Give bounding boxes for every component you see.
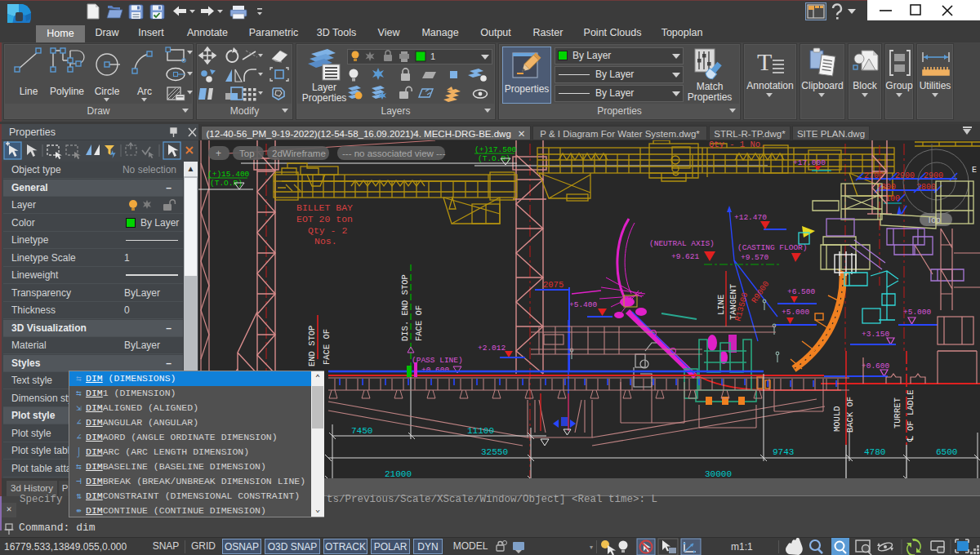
svg-text:END STOP: END STOP <box>307 326 317 366</box>
svg-text:DIS. END STOP: DIS. END STOP <box>400 274 410 341</box>
svg-text:+2.012: +2.012 <box>478 344 506 353</box>
svg-text:+5.400: +5.400 <box>569 300 598 309</box>
svg-text:1: 1 <box>430 51 435 61</box>
svg-text:+12.470: +12.470 <box>734 213 767 222</box>
svg-text:2dWireframe: 2dWireframe <box>272 149 326 158</box>
svg-text:+0.600: +0.600 <box>421 366 450 375</box>
svg-text:EOT 20 ton: EOT 20 ton <box>296 214 353 224</box>
svg-text:30000: 30000 <box>705 469 732 478</box>
svg-text:T: T <box>757 49 772 75</box>
svg-text:+3.150: +3.150 <box>862 330 890 339</box>
svg-text:+9.621: +9.621 <box>671 252 700 261</box>
svg-text:BACK OF: BACK OF <box>845 397 855 433</box>
svg-text:21000: 21000 <box>385 469 412 478</box>
svg-text:(+)15.400: (+)15.400 <box>207 170 250 179</box>
svg-text:Top: Top <box>927 215 941 224</box>
svg-text:32550: 32550 <box>481 447 508 457</box>
svg-text:--- no associated view ---: --- no associated view --- <box>342 149 446 158</box>
svg-text:(CASTING FLOOR): (CASTING FLOOR) <box>737 243 808 252</box>
svg-text:(PASS LINE): (PASS LINE) <box>412 356 463 365</box>
svg-text:(NEUTRAL AXIS): (NEUTRAL AXIS) <box>649 239 715 248</box>
svg-text:100: 100 <box>885 194 900 203</box>
svg-text:Qty - 1 No.: Qty - 1 No. <box>709 140 765 149</box>
svg-text:LINE: LINE <box>716 295 726 315</box>
svg-text:+6.500: +6.500 <box>787 287 816 296</box>
svg-text:FACE OF: FACE OF <box>414 305 424 341</box>
svg-text:TURRET: TURRET <box>893 397 902 428</box>
svg-text:9743: 9743 <box>773 447 794 457</box>
svg-text:4780: 4780 <box>864 447 885 457</box>
svg-text:Qty - 2: Qty - 2 <box>308 225 347 236</box>
svg-text:℄ OF LADLE: ℄ OF LADLE <box>906 390 915 442</box>
svg-text:Nos.: Nos. <box>314 236 337 246</box>
svg-text:Top: Top <box>239 149 255 158</box>
svg-text:E: E <box>972 166 977 175</box>
svg-text:+9.570: +9.570 <box>741 253 769 262</box>
svg-text:11100: 11100 <box>467 426 494 436</box>
svg-text:+0.600: +0.600 <box>862 362 890 371</box>
svg-text:FACE OF: FACE OF <box>322 329 332 365</box>
svg-text:+: + <box>216 148 221 159</box>
svg-text:BILLET BAY: BILLET BAY <box>296 202 353 213</box>
svg-text:+5.000: +5.000 <box>903 308 932 317</box>
svg-text:MOULD: MOULD <box>832 406 842 432</box>
svg-text:7450: 7450 <box>351 426 372 436</box>
svg-text:6500: 6500 <box>936 447 957 457</box>
svg-text:2075: 2075 <box>543 280 564 290</box>
svg-text:(+)17.500: (+)17.500 <box>474 145 517 154</box>
svg-text:+5.000: +5.000 <box>782 308 810 317</box>
